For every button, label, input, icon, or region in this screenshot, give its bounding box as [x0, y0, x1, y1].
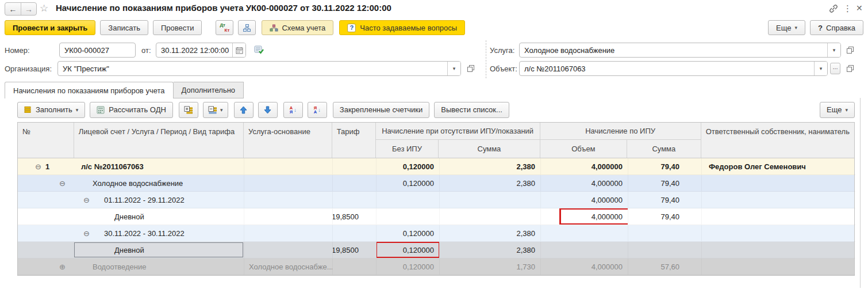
cell-volume[interactable]: 4,000000 — [541, 175, 628, 192]
table-row-account[interactable]: ⊖ 1 л/с №2011067063 0,120000 2,380 4,000… — [18, 158, 854, 175]
cell-basis[interactable]: Холодное водоснабже... — [244, 258, 333, 275]
cell-volume[interactable] — [541, 225, 628, 242]
cell-tariff[interactable]: 19,8500 — [333, 242, 377, 258]
tree-cell[interactable]: ⊖ 1 л/с №2011067063 — [18, 158, 244, 175]
dropdown-icon[interactable]: ▾ — [814, 62, 827, 75]
table-row-service-collapsed[interactable]: ⊕ Водоотведение Холодное водоснабже... 0… — [18, 258, 854, 275]
cell-basis[interactable] — [244, 242, 333, 258]
expand-all-button[interactable] — [179, 102, 198, 118]
cell-sum2[interactable] — [628, 242, 702, 258]
link-icon[interactable] — [829, 4, 838, 13]
cell-owner[interactable] — [702, 225, 855, 242]
col-header-group-meter[interactable]: Начисление по ИПУ — [540, 123, 701, 140]
tree-cell[interactable]: ⊖ 01.11.2022 - 29.11.2022 — [18, 192, 244, 208]
cell-tariff[interactable]: 19,8500 — [333, 208, 377, 225]
cell-no-meter[interactable]: 0,120000 — [377, 175, 440, 192]
cell-basis[interactable] — [244, 158, 333, 175]
cell-sum1[interactable] — [440, 192, 541, 208]
post-button[interactable]: Провести — [153, 20, 202, 35]
faq-button[interactable]: ? Часто задаваемые вопросы — [339, 20, 465, 35]
table-more-button[interactable]: Еще ▾ — [820, 102, 855, 118]
vertical-scrollbar[interactable] — [860, 98, 861, 288]
cell-basis[interactable] — [244, 208, 333, 225]
cell-sum2[interactable]: 79,40 — [628, 208, 702, 225]
more-button[interactable]: Еще ▾ — [768, 20, 805, 35]
forward-button[interactable]: → — [21, 3, 36, 15]
cell-sum2[interactable]: 79,40 — [628, 158, 702, 175]
expander-minus-icon[interactable]: ⊖ — [83, 196, 90, 204]
cell-tariff[interactable] — [333, 225, 377, 242]
tree-cell[interactable]: ⊖ 30.11.2022 - 30.11.2022 — [18, 225, 244, 242]
cell-no-meter[interactable] — [377, 208, 440, 225]
cell-sum1[interactable] — [440, 208, 541, 225]
col-header-sum2[interactable]: Сумма — [627, 140, 701, 158]
cell-sum2[interactable]: 79,40 — [628, 175, 702, 192]
col-header-group-no-meter[interactable]: Начисление при отсутствии ИПУ/показаний — [376, 123, 540, 140]
cell-sum1[interactable]: 2,380 — [440, 175, 541, 192]
cell-no-meter-highlighted[interactable]: 0,120000 — [377, 242, 440, 258]
cell-basis[interactable] — [244, 175, 333, 192]
cell-sum2[interactable]: 57,60 — [628, 258, 702, 275]
open-icon[interactable] — [844, 63, 856, 74]
cell-sum1[interactable]: 2,380 — [440, 242, 541, 258]
date-input[interactable]: 30.11.2022 12:00:00 — [156, 43, 246, 58]
open-icon[interactable] — [465, 63, 477, 74]
dt-kt-button[interactable]: ДтКт — [216, 20, 233, 35]
help-button[interactable]: ? Справка — [810, 20, 863, 35]
table-row-period[interactable]: ⊖ 30.11.2022 - 30.11.2022 0,120000 2,380 — [18, 225, 854, 242]
cell-owner[interactable] — [702, 208, 855, 225]
calendar-icon[interactable] — [232, 43, 245, 57]
cell-volume[interactable] — [541, 242, 628, 258]
cell-sum1[interactable]: 2,380 — [440, 158, 541, 175]
document-check-icon[interactable] — [253, 44, 264, 56]
fill-button[interactable]: Заполнить ▾ — [17, 102, 85, 118]
cell-sum1[interactable]: 1,730 — [440, 258, 541, 275]
pinned-meters-button[interactable]: Закрепленные счетчики — [333, 102, 430, 118]
service-input[interactable]: Холодное водоснабжение ▾ — [519, 43, 841, 58]
col-header-no-meter[interactable]: Без ИПУ — [376, 140, 439, 158]
cell-volume-highlighted[interactable]: 4,000000 — [541, 208, 628, 225]
table-row-service[interactable]: ⊖ Холодное водоснабжение 0,120000 2,380 … — [18, 175, 854, 192]
save-button[interactable]: Записать — [100, 20, 148, 35]
cell-owner[interactable] — [702, 242, 855, 258]
cell-no-meter[interactable]: 0,120000 — [377, 158, 440, 175]
sort-desc-button[interactable]: ЯА ↓ — [308, 102, 327, 118]
back-button[interactable]: ← — [5, 3, 21, 15]
structure-button[interactable] — [238, 20, 256, 35]
move-down-button[interactable] — [258, 102, 278, 118]
cell-volume[interactable]: 4,000000 — [541, 192, 628, 208]
cell-sum2[interactable] — [628, 225, 702, 242]
cell-tariff[interactable] — [333, 158, 377, 175]
tree-cell-focused[interactable]: Дневной — [18, 242, 244, 258]
tab-accruals[interactable]: Начисления по показаниям приборов учета — [5, 82, 174, 98]
cell-no-meter[interactable] — [377, 192, 440, 208]
tree-cell[interactable]: ⊖ Холодное водоснабжение — [18, 175, 244, 192]
cell-no-meter[interactable]: 0,120000 — [377, 258, 440, 275]
cell-basis[interactable] — [244, 225, 333, 242]
cell-volume[interactable]: 4,000000 — [541, 158, 628, 175]
cell-owner[interactable] — [702, 175, 855, 192]
expander-minus-icon[interactable]: ⊖ — [35, 162, 41, 171]
cell-owner[interactable] — [702, 258, 855, 275]
cell-volume[interactable]: 4,000000 — [541, 258, 628, 275]
cell-owner[interactable]: Федоров Олег Семенович — [702, 158, 855, 175]
col-header-owner[interactable]: Ответственный собственник, наниматель — [701, 123, 854, 158]
tree-cell[interactable]: ⊕ Водоотведение — [18, 258, 244, 275]
dropdown-icon[interactable]: ▾ — [827, 43, 840, 57]
cell-tariff[interactable] — [333, 258, 377, 275]
cell-sum1[interactable]: 2,380 — [440, 225, 541, 242]
cell-tariff[interactable] — [333, 175, 377, 192]
object-input[interactable]: л/с №2011067063 ▾ — [519, 61, 828, 76]
favorite-star-icon[interactable]: ☆ — [40, 2, 48, 14]
splitter[interactable] — [486, 40, 486, 78]
ellipsis-button[interactable]: ... — [830, 63, 840, 74]
expander-minus-icon[interactable]: ⊖ — [59, 179, 66, 188]
cell-owner[interactable] — [702, 192, 855, 208]
table-row-tariff-kind-selected[interactable]: Дневной 19,8500 0,120000 2,380 — [18, 242, 854, 258]
tree-cell[interactable]: Дневной — [18, 208, 244, 225]
close-icon[interactable]: ✕ — [856, 3, 863, 13]
col-header-volume[interactable]: Объем — [540, 140, 627, 158]
cell-basis[interactable] — [244, 192, 333, 208]
organization-input[interactable]: УК "Престиж" ▾ — [57, 61, 461, 76]
tab-additional[interactable]: Дополнительно — [174, 82, 244, 98]
